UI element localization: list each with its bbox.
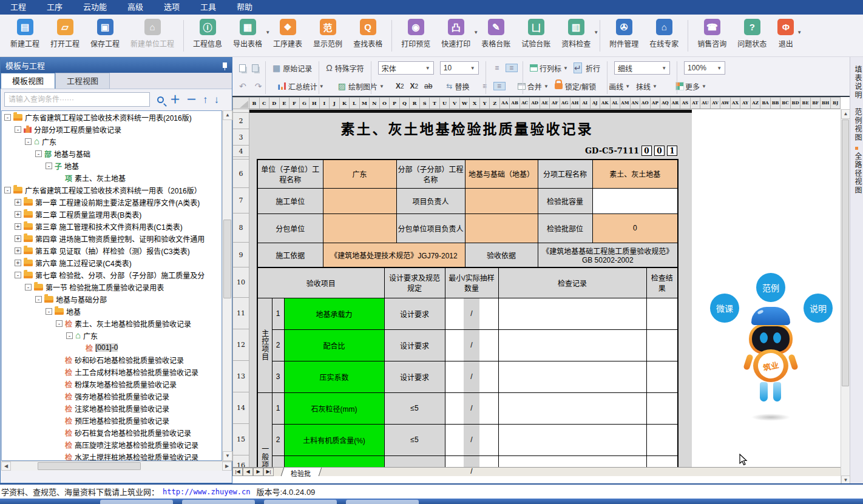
- align-top-icon[interactable]: ≡: [491, 64, 503, 72]
- row-header-10[interactable]: 10: [232, 267, 249, 298]
- column-header-O[interactable]: O: [380, 97, 390, 109]
- menu-item-帮助[interactable]: 帮助: [226, 0, 263, 15]
- tree-item[interactable]: 检高压旋喷注浆地基检验批质量验收记录: [2, 438, 222, 451]
- row-headers[interactable]: 234678910111213141516: [232, 109, 249, 476]
- column-header-BH[interactable]: BH: [821, 97, 831, 109]
- check-result-cell[interactable]: [646, 329, 678, 361]
- tree-item-label[interactable]: 高压旋喷注浆地基检验批质量验收记录: [75, 440, 198, 450]
- 新建工程-button[interactable]: ▤新建工程: [5, 19, 45, 49]
- collapse-box-icon[interactable]: -: [56, 320, 63, 327]
- column-header-AM[interactable]: AM: [620, 97, 631, 109]
- column-header-C[interactable]: C: [260, 97, 270, 109]
- column-header-AF[interactable]: AF: [550, 97, 560, 109]
- 试验台账-button[interactable]: 凵试验台账: [516, 19, 556, 49]
- 快速打印-button[interactable]: 凸快速打印▼: [436, 19, 476, 49]
- spec-cell[interactable]: 设计要求: [384, 361, 445, 392]
- collapse-box-icon[interactable]: -: [25, 284, 32, 291]
- info-label-cell[interactable]: 分部（子分部）工程名称: [396, 160, 465, 188]
- collapse-box-icon[interactable]: -: [35, 296, 42, 303]
- move-up-icon[interactable]: ↑: [203, 95, 208, 105]
- column-header-AC[interactable]: AC: [520, 97, 530, 109]
- info-value-cell[interactable]: 0: [592, 213, 678, 243]
- tree-item[interactable]: -⌂广东: [2, 135, 222, 147]
- expand-box-icon[interactable]: +: [15, 235, 21, 242]
- tree-item-label[interactable]: 地基: [66, 306, 81, 317]
- tree-item[interactable]: -分部分项工程质量验收记录: [2, 123, 222, 135]
- original-record-button[interactable]: ▦原始记录: [272, 63, 312, 73]
- spec-cell[interactable]: ≤5: [384, 392, 445, 424]
- special-char-button[interactable]: Ω特殊字符: [326, 63, 364, 73]
- tree-item-label[interactable]: 素土、灰土地基: [75, 173, 126, 183]
- tree-item-label[interactable]: [001]-0: [95, 343, 118, 352]
- micro-course-bubble[interactable]: 微课: [710, 294, 739, 323]
- row-header-2[interactable]: 2: [232, 113, 249, 129]
- sample-quantity-cell[interactable]: /: [445, 424, 498, 455]
- sample-quantity-cell[interactable]: /: [445, 298, 498, 329]
- column-header-Y[interactable]: Y: [480, 97, 490, 109]
- tree-horizontal-scrollbar[interactable]: ◀ ▶: [1, 461, 232, 471]
- info-value-cell[interactable]: [323, 188, 396, 213]
- tree-item[interactable]: 检[001]-0: [2, 341, 222, 354]
- column-header-BJ[interactable]: BJ: [831, 97, 841, 109]
- tree-item[interactable]: -检素土、灰土地基检验批质量验收记录: [2, 317, 222, 329]
- tree-item-label[interactable]: 第二章 工程质量监理用表(B类表): [35, 209, 141, 220]
- check-item-cell[interactable]: 配合比: [284, 329, 384, 361]
- 销售咨询-button[interactable]: ☎销售咨询: [692, 19, 732, 49]
- sheet-canvas[interactable]: 素土、灰土地基检验批质量验收记录 GD-C5-7111 001 单位（子单位）工…: [249, 109, 841, 476]
- more-button[interactable]: 更多▼: [676, 81, 706, 92]
- spec-cell[interactable]: 设计要求: [384, 329, 445, 361]
- tree-item-label[interactable]: 第四章 进场施工物资质量控制、证明和验收文件通用: [35, 234, 205, 244]
- column-headers[interactable]: BCDEFGHIJKLMNOPQRSTUVWXYZAAABACADAEAFAGA…: [249, 97, 841, 109]
- search-icon[interactable]: [157, 96, 164, 103]
- info-label-cell[interactable]: 《建筑地基基础工程施工质量验收规范》GB 50202-2002: [538, 243, 678, 267]
- line-style-select[interactable]: 细线▼: [614, 61, 670, 75]
- tree-item[interactable]: 检砂石桩复合地基检验批质量验收记录: [2, 426, 222, 438]
- collapse-box-icon[interactable]: -: [15, 272, 21, 278]
- tree-item-label[interactable]: 砂和砂石地基检验批质量验收记录: [75, 355, 184, 365]
- 问题状态-button[interactable]: ?问题状态: [732, 19, 772, 49]
- row-header-14[interactable]: 14: [232, 392, 249, 424]
- spec-cell[interactable]: 设计要求: [384, 298, 445, 329]
- 显示范例-button[interactable]: 范显示范例: [308, 19, 348, 49]
- tree-item[interactable]: -地基: [2, 305, 222, 317]
- tab-fill-instructions[interactable]: 填表说明: [853, 66, 863, 99]
- collapse-box-icon[interactable]: -: [15, 126, 21, 133]
- move-down-icon[interactable]: ↓: [214, 95, 220, 105]
- tree-item-label[interactable]: 分部分项工程质量验收记录: [34, 124, 121, 135]
- 表格台账-button[interactable]: ✎表格台账: [476, 19, 516, 49]
- row-header-7[interactable]: 7: [232, 188, 249, 213]
- tree-item[interactable]: -第一节 检验批施工质量验收记录用表: [2, 281, 222, 293]
- tree-item-label[interactable]: 第三章 施工管理和技术文件资料用表(C1类表): [35, 221, 183, 232]
- spec-cell[interactable]: ≤5: [384, 424, 445, 455]
- column-header-L[interactable]: L: [350, 97, 360, 109]
- document-paper[interactable]: 素土、灰土地基检验批质量验收记录 GD-C5-7111 001 单位（子单位）工…: [249, 109, 692, 476]
- tree-item-label[interactable]: 第五章 见证取（抽）样检验（测）报告(C3类表): [35, 246, 190, 256]
- tree-item-label[interactable]: 第七章 检验批、分项、分部（子分部）施工质量及分: [35, 270, 205, 280]
- info-label-cell[interactable]: 检验批部位: [538, 213, 592, 243]
- info-label-cell[interactable]: 分包单位: [257, 213, 323, 243]
- expand-box-icon[interactable]: +: [15, 260, 21, 266]
- column-header-AD[interactable]: AD: [530, 97, 540, 109]
- column-header-V[interactable]: V: [450, 97, 460, 109]
- column-header-BE[interactable]: BE: [800, 97, 811, 109]
- column-header-AU[interactable]: AU: [700, 97, 711, 109]
- tree-item[interactable]: -地基与基础分部: [2, 293, 222, 305]
- column-header-W[interactable]: W: [460, 97, 470, 109]
- column-header-T[interactable]: T: [430, 97, 440, 109]
- column-header-AR[interactable]: AR: [671, 97, 681, 109]
- 新建单位工程-button[interactable]: ⌂新建单位工程: [125, 19, 180, 49]
- check-record-cell[interactable]: [498, 361, 646, 392]
- paste-button[interactable]: [252, 64, 259, 72]
- draw-line-button[interactable]: 画线▼: [609, 81, 630, 92]
- check-result-cell[interactable]: [646, 424, 678, 455]
- 附件管理-button[interactable]: ✇附件管理: [604, 19, 644, 49]
- help-bubble[interactable]: 说明: [804, 294, 833, 323]
- code-box[interactable]: 0: [654, 146, 665, 156]
- column-header-BB[interactable]: BB: [771, 97, 781, 109]
- next-sheet-button[interactable]: ▶: [253, 468, 263, 476]
- column-header-X[interactable]: X: [470, 97, 480, 109]
- info-label-cell[interactable]: 施工单位: [257, 188, 323, 213]
- column-header-AK[interactable]: AK: [600, 97, 611, 109]
- align-right-icon[interactable]: ≡: [493, 82, 506, 90]
- check-item-cell[interactable]: 石灰粒径(mm): [284, 392, 384, 424]
